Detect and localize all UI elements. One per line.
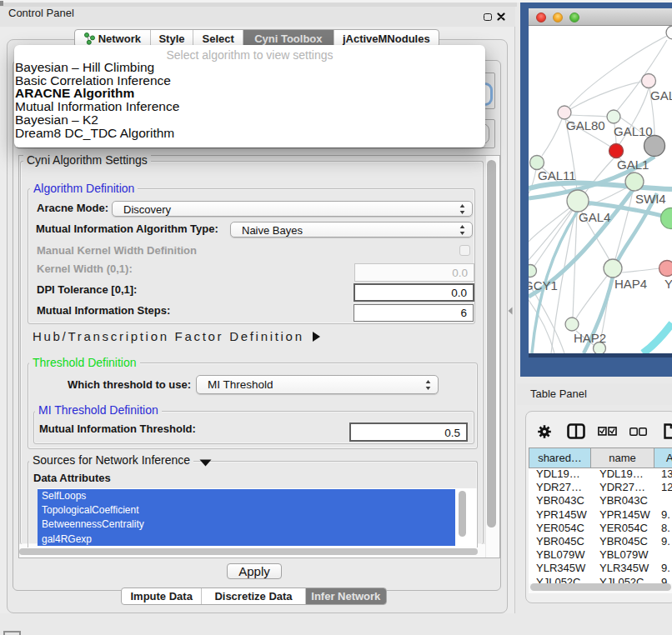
svg-text:HAP4: HAP4 [614,277,647,291]
svg-text:GAL4: GAL4 [579,210,610,224]
svg-text:GAL11: GAL11 [538,168,576,182]
svg-text:GCY1: GCY1 [529,278,558,292]
svg-text:HAP2: HAP2 [574,331,606,345]
svg-text:GAL1: GAL1 [617,158,649,172]
svg-text:SWI4: SWI4 [635,192,666,206]
svg-text:GAL10: GAL10 [614,124,653,138]
svg-text:GAL80: GAL80 [566,118,605,132]
svg-text:Y: Y [664,277,672,291]
svg-text:GAL2: GAL2 [650,88,672,102]
